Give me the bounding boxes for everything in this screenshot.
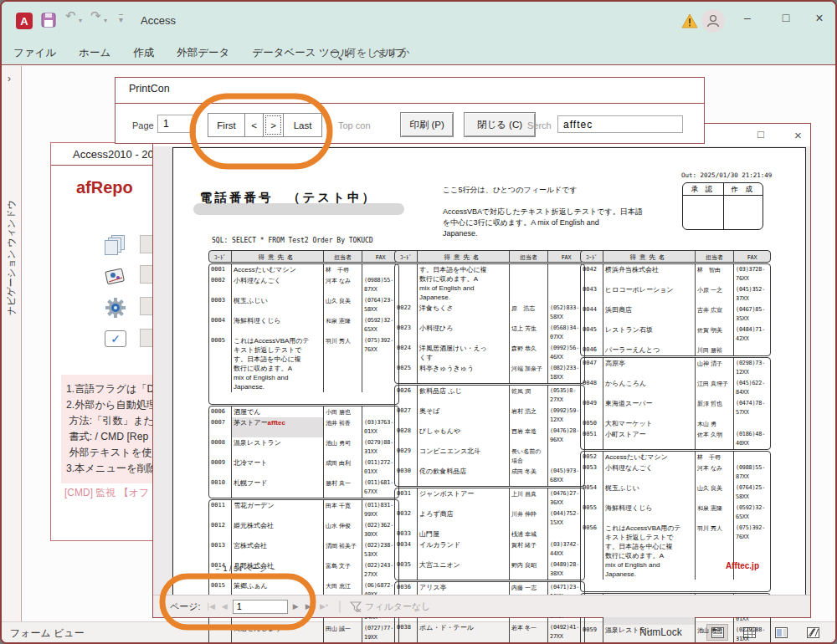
last-record-icon[interactable]: ▶| xyxy=(304,602,315,611)
save-icon[interactable] xyxy=(40,12,57,28)
table-row: 0006酒屋でん小田 勝也 xyxy=(209,406,398,417)
close-button[interactable]: × xyxy=(807,11,832,26)
print-button[interactable]: 印刷 (P) xyxy=(400,112,454,137)
table-group: 0042横浜弁当株式会社林 智由(03)3728-76XX0043ヒロコーポレー… xyxy=(580,263,771,356)
search-icon xyxy=(331,49,339,58)
table-row: 0034イルカランド賀村 緒子(03)3742-44XX xyxy=(395,539,584,560)
afrepo-logo: afRepo xyxy=(76,178,133,197)
user-avatar[interactable] xyxy=(701,9,725,33)
new-record-icon[interactable]: ▶* xyxy=(318,602,330,611)
navigation-pane-collapsed[interactable]: › ナビゲーション ウィンドウ xyxy=(2,66,22,621)
minimize-button[interactable]: – xyxy=(735,11,760,24)
next-record-icon[interactable]: ▶ xyxy=(291,602,300,611)
table-row: 0046パーラーえんとつ川田 勝裕 xyxy=(581,345,770,355)
table-row: 0027奥そば岩村 浩之(0992)59-12XX xyxy=(395,406,584,426)
table-group: 0001Accessたいむマシン林 千尋0002小料理なんごく河本 なみ(098… xyxy=(208,263,399,405)
customer-table-2: ｺｰﾄﾞ得意先名担当者FAX0042横浜弁当株式会社林 智由(03)3728-7… xyxy=(580,250,771,644)
report-maximize-button[interactable]: □ xyxy=(757,128,764,141)
table-row: 0007茅ストアーafftec池井 裕香(03)3763-01XX xyxy=(209,417,398,437)
first-page-button[interactable]: First xyxy=(208,113,245,137)
record-page-input[interactable] xyxy=(233,600,288,614)
table-header: ｺｰﾄﾞ得意先名担当者FAX xyxy=(580,250,771,263)
table-row: 0055海鮮料理くじら和泉 憲隆(0592)32-65XX xyxy=(581,503,770,523)
table-row: 0038ポム・ド・テール若本 冬一(0492)41-27XX xyxy=(395,622,584,642)
undo-icon[interactable]: ↶ xyxy=(65,8,76,23)
field-note-heading: ここ5行分は、ひとつのフィールドです xyxy=(443,185,578,196)
table-row: 0045レストラン石坂佐賀 明美(0484)71-42XX xyxy=(581,325,770,345)
checkmark-icon[interactable]: ✓ xyxy=(105,330,126,347)
customer-table-1: ｺｰﾄﾞ得意先名担当者FAXす。日本語を中心に複 数行に収めます。A mix o… xyxy=(394,250,585,644)
gear-icon[interactable] xyxy=(105,297,126,319)
search-placeholder: 何をしますか xyxy=(346,46,409,60)
app-title: Access xyxy=(141,14,176,27)
view-mode-label: フォーム ビュー xyxy=(10,626,85,641)
redo-icon[interactable]: ↷ xyxy=(90,8,101,23)
ribbon: ファイルホーム作成外部データデータベース ツールヘルプ 何をしますか xyxy=(2,40,835,65)
stamp-icon[interactable] xyxy=(105,265,126,287)
layout-view-icon[interactable] xyxy=(770,624,792,641)
table-row: 0047高原亭山神 清子(0298)73-12XX xyxy=(581,358,770,378)
ribbon-tab-3[interactable]: 外部データ xyxy=(177,46,229,60)
last-page-button[interactable]: Last xyxy=(283,113,322,137)
table-row: 0028びしゃもんや西岩 幸造(0476)28-96XX xyxy=(395,426,584,446)
printcon-title: PrintCon xyxy=(129,83,170,95)
stamp-header-approve: 承 認 xyxy=(683,183,723,196)
report-close-button[interactable]: × xyxy=(794,128,802,142)
nav-pane-label: ナビゲーション ウィンドウ xyxy=(5,200,18,315)
table-row: 0050大和マーケット木山 勇 xyxy=(581,418,770,429)
warning-icon[interactable] xyxy=(681,13,698,28)
access-window: A ↶ ▾ ↷ ▾ ▾ Access – □ × ファイルホーム作成外部データデ… xyxy=(0,0,837,644)
table-row: 0043ヒロコーポレーション小原 一之(045)352-37XX xyxy=(581,284,770,304)
ribbon-tab-0[interactable]: ファイル xyxy=(13,46,56,60)
table-row: 0056これはAccessVBA用のテ キスト折返しテストで す。日本語を中心に… xyxy=(581,523,770,591)
nav-pane-expand-icon[interactable]: › xyxy=(8,73,11,84)
table-row: す。日本語を中心に複 数行に収めます。A mix of English and … xyxy=(395,264,584,303)
filter-status[interactable]: フィルターなし xyxy=(365,601,431,613)
report-page: Out: 2025/01/30 21:21:49 承 認 作 成 電話番番号 （… xyxy=(172,147,806,596)
ribbon-tab-1[interactable]: ホーム xyxy=(79,46,110,60)
first-record-icon[interactable]: |◀ xyxy=(206,602,217,611)
tell-me-search[interactable]: 何をしますか xyxy=(331,46,409,60)
table-group: 0031ジャンボストアー上川 昌真(0476)27-36XX0032よろず商店川… xyxy=(394,488,585,580)
afrepo-cmd-line: [CMD] 監視 【オフ xyxy=(64,486,149,500)
dialog-close-button[interactable]: 閉じる (C) xyxy=(464,112,536,137)
redo-dropdown-icon[interactable]: ▾ xyxy=(104,17,107,24)
prev-record-icon[interactable]: ◀ xyxy=(220,602,229,611)
dialog-search-input[interactable] xyxy=(557,115,683,133)
top-con-label: Top con xyxy=(338,120,371,130)
field-note-body: AccessVBAで対応したテキスト折返しテストです。日本語 を中心に3行に収め… xyxy=(443,207,643,239)
printcon-separator xyxy=(116,103,704,104)
page-number-input[interactable] xyxy=(157,115,196,133)
report-out-timestamp: Out: 2025/01/30 21:21:49 xyxy=(681,171,772,179)
maximize-button[interactable]: □ xyxy=(773,11,798,24)
design-view-icon[interactable] xyxy=(802,624,824,641)
table-row: 0022洋食ちくさ原 浩志(052)833-58XX xyxy=(395,303,584,323)
table-row: 0032よろず商店川井 伸枠(044)752-15XX xyxy=(395,509,584,529)
report-brand: Afftec.jp xyxy=(726,561,759,570)
table-row: 0003梶玉ふじい山久 良美(0764)23-58XX xyxy=(209,295,398,315)
customer-table-0: ｺｰﾄﾞ得意先名担当者FAX0001Accessたいむマシン林 千尋0002小料… xyxy=(208,250,399,644)
ribbon-tab-2[interactable]: 作成 xyxy=(133,46,154,60)
access-logo-icon: A xyxy=(15,12,33,30)
table-row: 0054梶玉ふじい山久 良美(0764)25-58XX xyxy=(581,483,770,503)
next-page-button[interactable]: > xyxy=(263,113,284,137)
prev-page-button[interactable]: < xyxy=(244,113,264,137)
table-row: 0052Accessたいむマシン林 千尋 xyxy=(581,452,770,463)
titlebar: A ↶ ▾ ↷ ▾ ▾ Access – □ × xyxy=(2,2,835,40)
table-row: 0009北冷マート成田 由利(011)272-01XX xyxy=(209,457,398,478)
table-row: 0005これはAccessVBA用のテ キスト折返しテストで す。日本語を中心に… xyxy=(209,335,398,404)
table-row: 0044浜田商店吉井 広宣(0467)85-35XX xyxy=(581,304,770,325)
table-row: 0023小料理ひろ辺上 芳生(0568)34-07XX xyxy=(395,323,584,343)
table-group: 0052Accessたいむマシン林 千尋0053小料理なんごく河本 なみ(098… xyxy=(580,451,771,592)
table-group: 0011雪花ガーデン田本 千寛(011)831-99XX0012姫元株式会社山水… xyxy=(208,499,399,601)
search-label: Serch xyxy=(527,120,552,130)
table-row: 0053小料理なんごく河本 なみ(0988)55-87XX xyxy=(581,463,770,483)
printcon-dialog: PrintCon Page First < > Last Top con 印刷 … xyxy=(115,77,705,144)
table-row: 0033山門屋桟浦 幸城 xyxy=(395,529,584,539)
customize-toolbar-icon[interactable]: ▾ xyxy=(119,14,123,24)
table-row: 0010札幌フード勝村 真一(011)681-67XX xyxy=(209,478,398,498)
record-navigator-label: ページ: xyxy=(170,601,201,613)
table-row: 0004海鮮料理くじら和泉 憲隆(0592)32-65XX xyxy=(209,315,398,335)
undo-dropdown-icon[interactable]: ▾ xyxy=(79,17,82,24)
report-preview-window: □ × Out: 2025/01/30 21:21:49 承 認 作 成 電話番… xyxy=(152,123,811,618)
